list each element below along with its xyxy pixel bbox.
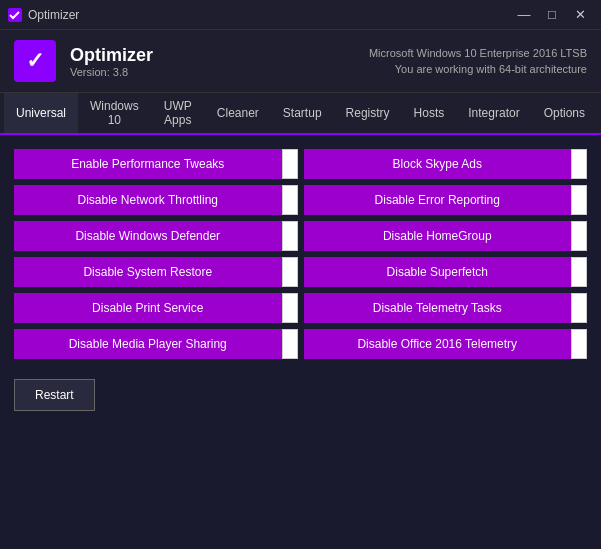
- btn-indicator: [282, 185, 298, 215]
- btn-indicator: [282, 329, 298, 359]
- btn-indicator: [282, 149, 298, 179]
- disable-homegroup-button[interactable]: Disable HomeGroup: [304, 221, 572, 251]
- btn-row1-left: Enable Performance Tweaks: [14, 149, 298, 179]
- tab-integrator[interactable]: Integrator: [456, 93, 531, 135]
- btn-row2-right: Disable Error Reporting: [304, 185, 588, 215]
- tab-registry[interactable]: Registry: [334, 93, 402, 135]
- app-version: Version: 3.8: [70, 66, 153, 78]
- title-bar-controls: — □ ✕: [511, 5, 593, 25]
- btn-row3-right: Disable HomeGroup: [304, 221, 588, 251]
- btn-indicator: [282, 293, 298, 323]
- app-info: Optimizer Version: 3.8: [70, 45, 153, 78]
- action-button-grid: Enable Performance Tweaks Block Skype Ad…: [14, 149, 587, 359]
- restart-button[interactable]: Restart: [14, 379, 95, 411]
- btn-row1-right: Block Skype Ads: [304, 149, 588, 179]
- title-bar-left: Optimizer: [8, 8, 79, 22]
- disable-windows-defender-button[interactable]: Disable Windows Defender: [14, 221, 282, 251]
- disable-network-throttling-button[interactable]: Disable Network Throttling: [14, 185, 282, 215]
- btn-indicator: [282, 221, 298, 251]
- app-name: Optimizer: [70, 45, 153, 66]
- btn-row4-right: Disable Superfetch: [304, 257, 588, 287]
- btn-row2-left: Disable Network Throttling: [14, 185, 298, 215]
- disable-system-restore-button[interactable]: Disable System Restore: [14, 257, 282, 287]
- disable-media-player-sharing-button[interactable]: Disable Media Player Sharing: [14, 329, 282, 359]
- btn-row6-right: Disable Office 2016 Telemetry: [304, 329, 588, 359]
- app-description: Microsoft Windows 10 Enterprise 2016 LTS…: [369, 45, 587, 78]
- btn-indicator: [571, 329, 587, 359]
- btn-row4-left: Disable System Restore: [14, 257, 298, 287]
- desc-line2: You are working with 64-bit architecture: [369, 61, 587, 78]
- btn-row5-left: Disable Print Service: [14, 293, 298, 323]
- tab-uwp-apps[interactable]: UWP Apps: [151, 93, 205, 135]
- disable-print-service-button[interactable]: Disable Print Service: [14, 293, 282, 323]
- app-header: ✓ Optimizer Version: 3.8 Microsoft Windo…: [0, 30, 601, 93]
- btn-row6-left: Disable Media Player Sharing: [14, 329, 298, 359]
- btn-indicator: [571, 149, 587, 179]
- tab-windows10[interactable]: Windows 10: [78, 93, 151, 135]
- main-content: Enable Performance Tweaks Block Skype Ad…: [0, 135, 601, 425]
- title-bar-title: Optimizer: [28, 8, 79, 22]
- tab-options[interactable]: Options: [532, 93, 597, 135]
- disable-telemetry-tasks-button[interactable]: Disable Telemetry Tasks: [304, 293, 572, 323]
- btn-indicator: [282, 257, 298, 287]
- tab-bar: Universal Windows 10 UWP Apps Cleaner St…: [0, 93, 601, 135]
- btn-row5-right: Disable Telemetry Tasks: [304, 293, 588, 323]
- block-skype-ads-button[interactable]: Block Skype Ads: [304, 149, 572, 179]
- btn-indicator: [571, 293, 587, 323]
- close-button[interactable]: ✕: [567, 5, 593, 25]
- disable-error-reporting-button[interactable]: Disable Error Reporting: [304, 185, 572, 215]
- btn-indicator: [571, 257, 587, 287]
- checkmark-icon: ✓: [26, 48, 44, 74]
- desc-line1: Microsoft Windows 10 Enterprise 2016 LTS…: [369, 45, 587, 62]
- disable-office-2016-telemetry-button[interactable]: Disable Office 2016 Telemetry: [304, 329, 572, 359]
- maximize-button[interactable]: □: [539, 5, 565, 25]
- enable-performance-tweaks-button[interactable]: Enable Performance Tweaks: [14, 149, 282, 179]
- disable-superfetch-button[interactable]: Disable Superfetch: [304, 257, 572, 287]
- tab-cleaner[interactable]: Cleaner: [205, 93, 271, 135]
- minimize-button[interactable]: —: [511, 5, 537, 25]
- tab-startup[interactable]: Startup: [271, 93, 334, 135]
- app-icon: [8, 8, 22, 22]
- tab-hosts[interactable]: Hosts: [402, 93, 457, 135]
- tab-universal[interactable]: Universal: [4, 93, 78, 135]
- title-bar: Optimizer — □ ✕: [0, 0, 601, 30]
- app-logo: ✓: [14, 40, 56, 82]
- btn-row3-left: Disable Windows Defender: [14, 221, 298, 251]
- btn-indicator: [571, 185, 587, 215]
- btn-indicator: [571, 221, 587, 251]
